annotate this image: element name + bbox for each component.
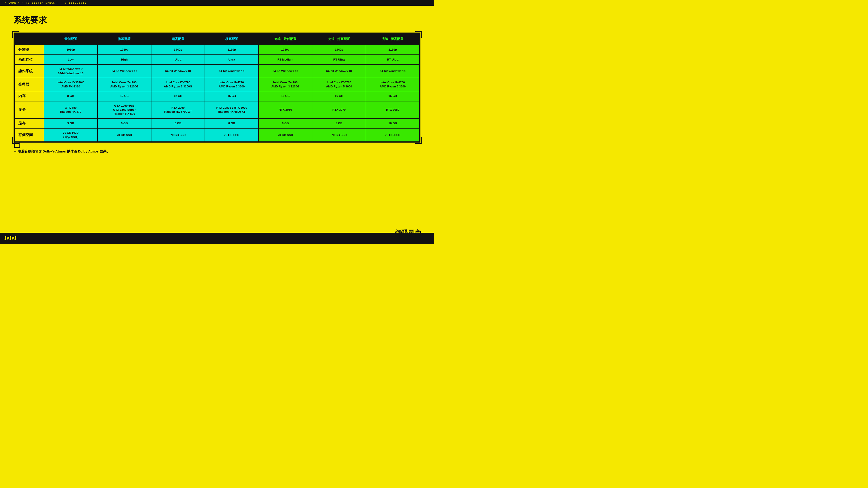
cell-7-1: 70 GB SSD bbox=[97, 128, 151, 141]
cell-3-0: Intel Core i5-3570KAMD FX-8310 bbox=[44, 78, 97, 91]
cell-3-4: Intel Core i7-4790AMD Ryzen 3 3200G bbox=[258, 78, 312, 91]
row-label-0: 分辨率 bbox=[14, 45, 44, 55]
cell-7-2: 70 GB SSD bbox=[151, 128, 205, 141]
cell-3-2: Intel Core i7-4790AMD Ryzen 3 3200G bbox=[151, 78, 205, 91]
row-label-7: 存储空间 bbox=[14, 128, 44, 141]
cell-0-0: 1080p bbox=[44, 45, 97, 55]
cell-2-5: 64-bit Windows 10 bbox=[312, 65, 366, 78]
cell-6-3: 8 GB bbox=[205, 119, 258, 128]
row-label-6: 显存 bbox=[14, 119, 44, 128]
cell-1-0: Low bbox=[44, 55, 97, 65]
bottom-bar-deco-left bbox=[4, 236, 16, 240]
deco-5 bbox=[14, 236, 16, 240]
cell-1-1: High bbox=[97, 55, 151, 65]
cell-4-3: 16 GB bbox=[205, 91, 258, 101]
cell-0-6: 2160p bbox=[366, 45, 420, 55]
cell-7-3: 70 GB SSD bbox=[205, 128, 258, 141]
cell-5-5: RTX 3070 bbox=[312, 101, 366, 119]
row-label-1: 画面档位 bbox=[14, 55, 44, 65]
table-row-1: 画面档位LowHighUltraUltraRT MediumRT UltraRT… bbox=[14, 55, 420, 65]
cell-2-4: 64-bit Windows 10 bbox=[258, 65, 312, 78]
cell-6-2: 6 GB bbox=[151, 119, 205, 128]
cell-7-0: 70 GB HDD（建议 SSD） bbox=[44, 128, 97, 141]
cell-5-3: RTX 2080S / RTX 3070Radeon RX 6800 XT bbox=[205, 101, 258, 119]
corner-br bbox=[415, 137, 422, 144]
table-row-0: 分辨率1080p1080p1440p2160p1080p1440p2160p bbox=[14, 45, 420, 55]
cell-4-1: 12 GB bbox=[97, 91, 151, 101]
corner-bl bbox=[12, 137, 19, 144]
cell-0-2: 1440p bbox=[151, 45, 205, 55]
header-col-2: 推荐配置 bbox=[97, 33, 151, 45]
cell-7-5: 70 GB SSD bbox=[312, 128, 366, 141]
table-row-7: 存储空间70 GB HDD（建议 SSD）70 GB SSD70 GB SSD7… bbox=[14, 128, 420, 141]
top-bar-text: < CODE > ( PC SYSTEM SPECS ) - C 5332.59… bbox=[4, 1, 86, 4]
cell-2-3: 64-bit Windows 10 bbox=[205, 65, 258, 78]
specs-table: 最低配置推荐配置超高配置极高配置光追 - 最低配置光追 - 超高配置光追 - 极… bbox=[14, 33, 420, 142]
table-row-2: 操作系统64-bit Windows 764-bit Windows 1064-… bbox=[14, 65, 420, 78]
row-label-3: 处理器 bbox=[14, 78, 44, 91]
cell-1-6: RT Ultra bbox=[366, 55, 420, 65]
row-label-4: 内存 bbox=[14, 91, 44, 101]
footer-note: → 电脑音效须包含 Dolby® Atmos 以体验 Dolby Atmos 效… bbox=[13, 149, 421, 154]
main-content: 系统要求 最低配置推荐配置超高配置极高配置光追 - 最低配置光追 - 超高配置光… bbox=[0, 6, 434, 160]
cell-3-5: Intel Core i7-6700AMD Ryzen 5 3600 bbox=[312, 78, 366, 91]
footer-note-text: → 电脑音效须包含 Dolby® Atmos 以体验 Dolby Atmos 效… bbox=[13, 149, 110, 153]
bottom-bar bbox=[0, 233, 434, 244]
cell-3-3: Intel Core i7-4790AMD Ryzen 5 3600 bbox=[205, 78, 258, 91]
specs-table-wrapper: 最低配置推荐配置超高配置极高配置光追 - 最低配置光追 - 超高配置光追 - 极… bbox=[13, 33, 421, 142]
cell-1-2: Ultra bbox=[151, 55, 205, 65]
cell-1-4: RT Medium bbox=[258, 55, 312, 65]
cell-2-0: 64-bit Windows 764-bit Windows 10 bbox=[44, 65, 97, 78]
row-label-2: 操作系统 bbox=[14, 65, 44, 78]
cell-0-1: 1080p bbox=[97, 45, 151, 55]
cell-0-3: 2160p bbox=[205, 45, 258, 55]
cell-6-5: 8 GB bbox=[312, 119, 366, 128]
cell-5-4: RTX 2060 bbox=[258, 101, 312, 119]
cell-3-6: Intel Core i7-6700AMD Ryzen 5 3600 bbox=[366, 78, 420, 91]
corner-tl bbox=[12, 31, 19, 38]
deco-1 bbox=[4, 236, 6, 240]
cell-6-1: 6 GB bbox=[97, 119, 151, 128]
cell-7-6: 70 GB SSD bbox=[366, 128, 420, 141]
cell-4-0: 8 GB bbox=[44, 91, 97, 101]
cell-6-6: 10 GB bbox=[366, 119, 420, 128]
header-col-0 bbox=[14, 33, 44, 45]
table-row-4: 内存8 GB12 GB12 GB16 GB16 GB16 GB16 GB bbox=[14, 91, 420, 101]
top-bar: < CODE > ( PC SYSTEM SPECS ) - C 5332.59… bbox=[0, 0, 434, 6]
header-col-7: 光追 - 极高配置 bbox=[366, 33, 420, 45]
cell-2-1: 64-bit Windows 10 bbox=[97, 65, 151, 78]
cell-0-4: 1080p bbox=[258, 45, 312, 55]
cell-5-1: GTX 1060 6GBGTX 1660 SuperRadeon RX 590 bbox=[97, 101, 151, 119]
row-label-5: 显卡 bbox=[14, 101, 44, 119]
cell-5-2: RTX 2060Radeon RX 5700 XT bbox=[151, 101, 205, 119]
page-title: 系统要求 bbox=[13, 15, 421, 26]
cell-5-0: GTX 780Radeon RX 470 bbox=[44, 101, 97, 119]
header-col-6: 光追 - 超高配置 bbox=[312, 33, 366, 45]
corner-tr bbox=[415, 31, 422, 38]
cell-5-6: RTX 3080 bbox=[366, 101, 420, 119]
cell-1-5: RT Ultra bbox=[312, 55, 366, 65]
table-row-6: 显存3 GB6 GB6 GB8 GB6 GB8 GB10 GB bbox=[14, 119, 420, 128]
table-row-5: 显卡GTX 780Radeon RX 470GTX 1060 6GBGTX 16… bbox=[14, 101, 420, 119]
cell-2-6: 64-bit Windows 10 bbox=[366, 65, 420, 78]
deco-3 bbox=[9, 236, 11, 240]
cell-2-2: 64-bit Windows 10 bbox=[151, 65, 205, 78]
cell-4-2: 12 GB bbox=[151, 91, 205, 101]
header-col-5: 光追 - 最低配置 bbox=[258, 33, 312, 45]
header-col-1: 最低配置 bbox=[44, 33, 97, 45]
cell-4-5: 16 GB bbox=[312, 91, 366, 101]
header-col-3: 超高配置 bbox=[151, 33, 205, 45]
cell-6-4: 6 GB bbox=[258, 119, 312, 128]
cell-6-0: 3 GB bbox=[44, 119, 97, 128]
cell-7-4: 70 GB SSD bbox=[258, 128, 312, 141]
cell-4-6: 16 GB bbox=[366, 91, 420, 101]
cell-1-3: Ultra bbox=[205, 55, 258, 65]
deco-4 bbox=[12, 237, 14, 239]
deco-2 bbox=[7, 237, 9, 239]
cell-3-1: Intel Core i7-4790AMD Ryzen 3 3200G bbox=[97, 78, 151, 91]
table-row-3: 处理器Intel Core i5-3570KAMD FX-8310Intel C… bbox=[14, 78, 420, 91]
header-col-4: 极高配置 bbox=[205, 33, 258, 45]
cell-4-4: 16 GB bbox=[258, 91, 312, 101]
cell-0-5: 1440p bbox=[312, 45, 366, 55]
